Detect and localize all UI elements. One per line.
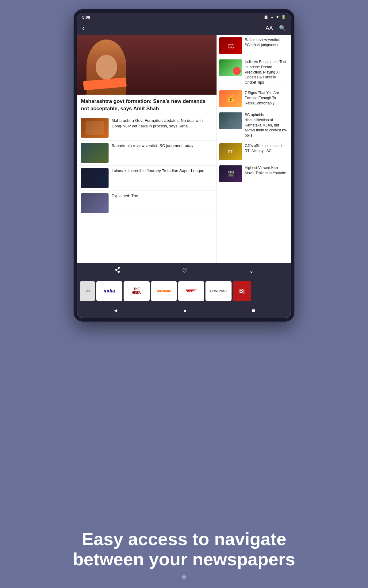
news-text-2: Sabarimala review verdict: SC judgment t… [112, 143, 213, 149]
status-icons: 📋 ▲ ▼ 🔋 [264, 15, 286, 19]
news-item[interactable]: Maharashtra Govt Formation Updates: No d… [77, 115, 217, 141]
favorite-icon[interactable]: ♡ [182, 267, 187, 274]
news-text-4: Explained: The [112, 193, 213, 199]
left-panel: Maharashtra govt formation: Sena's new d… [77, 35, 217, 263]
more-icon[interactable]: ⌄ [249, 267, 254, 274]
right-text-6: Highest Viewed Kan Movie Trailers In You… [245, 165, 288, 176]
source-label: FIRSTPOST [210, 289, 227, 293]
right-text-2: India Vs Bangladesh Test in Indore: Drea… [245, 59, 288, 85]
tablet-screen: 5:08 📋 ▲ ▼ 🔋 ‹ AA 🔍 [77, 13, 291, 318]
hero-figure [77, 35, 217, 95]
font-size-icon[interactable]: AA [266, 25, 273, 32]
tagline-line1: Easy access to navigate [82, 529, 286, 549]
hero-title-container[interactable]: Maharashtra govt formation: Sena's new d… [77, 95, 217, 115]
tablet-device: 5:08 📋 ▲ ▼ 🔋 ‹ AA 🔍 [74, 9, 294, 322]
source-item-india[interactable]: india [96, 281, 122, 301]
right-thumbnail-6: 🎬 [219, 165, 242, 182]
svg-point-1 [115, 269, 117, 271]
news-text-3: Luisma's Incredible Journey To Indian Su… [112, 168, 213, 174]
bottom-section: Easy access to navigate between your new… [0, 529, 368, 570]
news-item[interactable]: Explained: The [77, 191, 217, 216]
nav-bar: ◄ ● ■ [77, 303, 291, 318]
source-label: india [104, 288, 115, 294]
sources-bar: ...ss india THEHINDU oneindia जागरण FIRS… [77, 279, 291, 303]
share-icon[interactable] [114, 267, 121, 275]
source-label: B| [239, 288, 245, 294]
right-panel: Rafale review verdict: SC's final judgme… [217, 35, 291, 263]
browser-toolbar: ‹ AA 🔍 [77, 21, 291, 35]
right-text-3: 7 Signs That You Are Earning Enough To R… [245, 90, 288, 106]
news-item[interactable]: Luisma's Incredible Journey To Indian Su… [77, 166, 217, 191]
right-news-item[interactable]: 🎬 Highest Viewed Kan Movie Trailers In Y… [217, 163, 291, 185]
right-text-1: Rafale review verdict: SC's final judgme… [245, 37, 288, 48]
right-text-5: CJI's office comes under RTI Act says SC [245, 143, 288, 154]
search-icon[interactable]: 🔍 [279, 25, 286, 32]
right-thumbnail-5: RTI [219, 143, 242, 160]
right-thumbnail-1 [219, 37, 242, 54]
hero-headline: Maharashtra govt formation: Sena's new d… [81, 98, 213, 112]
source-label: oneindia [157, 289, 171, 293]
source-item-jagran[interactable]: जागरण [178, 281, 204, 301]
right-news-item[interactable]: 🏏 India Vs Bangladesh Test in Indore: Dr… [217, 57, 291, 88]
news-thumbnail-1 [81, 118, 109, 138]
tagline: Easy access to navigate between your new… [18, 529, 350, 570]
wifi-icon: ▼ [276, 15, 279, 19]
source-label: ...ss [85, 289, 90, 292]
sim-icon: 📋 [264, 15, 268, 19]
signal-icon: ▲ [270, 15, 274, 19]
bottom-toolbar: ♡ ⌄ [77, 263, 291, 279]
source-item-firstpost[interactable]: FIRSTPOST [205, 281, 232, 301]
right-news-item[interactable]: Rafale review verdict: SC's final judgme… [217, 35, 291, 57]
nav-back-button[interactable]: ◄ [113, 307, 118, 314]
source-item-oneindia[interactable]: oneindia [151, 281, 177, 301]
battery-icon: 🔋 [281, 15, 286, 19]
right-thumbnail-2: 🏏 [219, 59, 242, 76]
tagline-line2: between your newspapers [73, 549, 295, 569]
status-bar: 5:08 📋 ▲ ▼ 🔋 [77, 13, 291, 21]
svg-line-4 [117, 268, 118, 270]
news-thumbnail-4 [81, 193, 109, 213]
news-text-1: Maharashtra Govt Formation Updates: No d… [112, 118, 213, 129]
news-item[interactable]: Sabarimala review verdict: SC judgment t… [77, 141, 217, 166]
source-item-bbc[interactable]: B| [233, 281, 251, 301]
page-indicator [182, 575, 186, 579]
news-thumbnail-2 [81, 143, 109, 163]
right-news-item[interactable]: 💰 7 Signs That You Are Earning Enough To… [217, 88, 291, 110]
source-item-partial[interactable]: ...ss [80, 281, 95, 301]
right-thumbnail-3: 💰 [219, 90, 242, 107]
orange-sash [83, 77, 127, 90]
svg-point-0 [118, 267, 120, 269]
content-area: Maharashtra govt formation: Sena's new d… [77, 35, 291, 263]
right-text-4: SC upholds disqualification of Karnataka… [245, 112, 288, 138]
source-label: जागरण [186, 288, 196, 293]
back-button[interactable]: ‹ [82, 24, 84, 32]
source-label: THEHINDU [132, 287, 142, 295]
toolbar-icons: AA 🔍 [266, 25, 286, 32]
svg-line-3 [117, 270, 118, 272]
source-item-hindu[interactable]: THEHINDU [124, 281, 150, 301]
hero-image[interactable] [77, 35, 217, 95]
right-news-item[interactable]: RTI CJI's office comes under RTI Act say… [217, 141, 291, 163]
news-thumbnail-3 [81, 168, 109, 188]
nav-home-button[interactable]: ● [183, 307, 187, 314]
right-news-item[interactable]: ⚖️ SC upholds disqualification of Karnat… [217, 110, 291, 141]
right-thumbnail-4: ⚖️ [219, 112, 242, 129]
svg-point-2 [118, 271, 120, 273]
nav-recent-button[interactable]: ■ [252, 307, 255, 314]
status-time: 5:08 [82, 15, 90, 20]
